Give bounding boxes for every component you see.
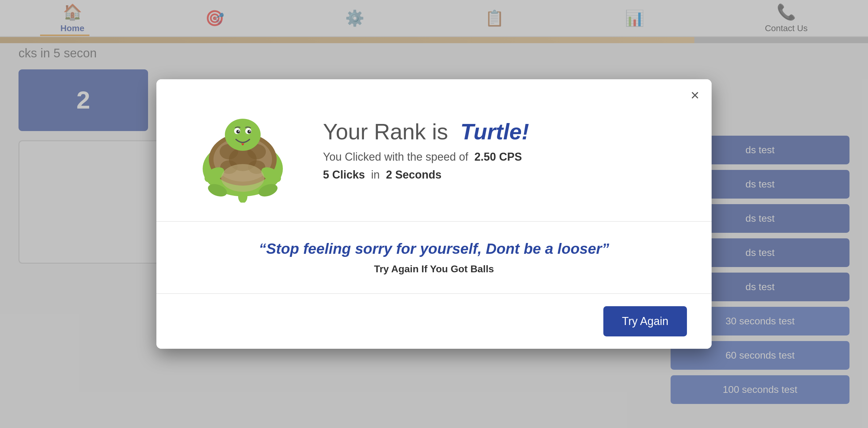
modal-result: Your Rank is Turtle! You Clicked with th… bbox=[323, 119, 687, 181]
svg-point-11 bbox=[236, 130, 240, 134]
rank-display: Your Rank is Turtle! bbox=[323, 119, 687, 144]
cps-value: 2.50 CPS bbox=[474, 151, 522, 163]
clicks-label: 5 Clicks bbox=[323, 168, 365, 181]
svg-point-12 bbox=[247, 130, 251, 134]
svg-point-14 bbox=[249, 130, 250, 132]
cps-prefix: You Clicked with the speed of bbox=[323, 151, 468, 163]
modal-middle-section: “Stop feeling sorry for yourself, Dont b… bbox=[156, 222, 712, 294]
result-modal: × bbox=[156, 79, 712, 349]
motivational-quote: “Stop feeling sorry for yourself, Dont b… bbox=[181, 240, 687, 257]
sub-quote: Try Again If You Got Balls bbox=[181, 263, 687, 275]
clicks-display: 5 Clicks in 2 Seconds bbox=[323, 168, 687, 181]
turtle-image bbox=[181, 98, 298, 203]
svg-point-8 bbox=[225, 119, 261, 151]
cps-display: You Clicked with the speed of 2.50 CPS bbox=[323, 151, 687, 163]
svg-point-20 bbox=[221, 164, 265, 192]
modal-bottom-section: Try Again bbox=[156, 294, 712, 349]
try-again-button[interactable]: Try Again bbox=[603, 306, 687, 336]
rank-value: Turtle! bbox=[461, 119, 529, 144]
svg-point-13 bbox=[238, 130, 239, 132]
close-button[interactable]: × bbox=[691, 88, 699, 103]
modal-top-section: Your Rank is Turtle! You Clicked with th… bbox=[156, 79, 712, 222]
seconds-label: 2 Seconds bbox=[386, 168, 441, 181]
clicks-mid: in bbox=[371, 168, 380, 181]
rank-prefix: Your Rank is bbox=[323, 119, 448, 144]
